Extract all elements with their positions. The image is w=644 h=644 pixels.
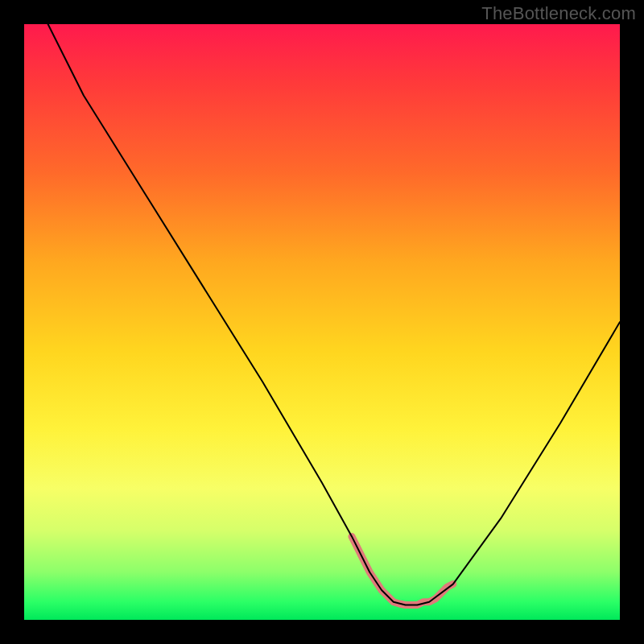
watermark-text: TheBottleneck.com	[481, 3, 636, 24]
curve-path	[48, 24, 620, 605]
plot-area	[24, 24, 620, 620]
chart-svg	[24, 24, 620, 620]
chart-stage: TheBottleneck.com	[0, 0, 644, 644]
